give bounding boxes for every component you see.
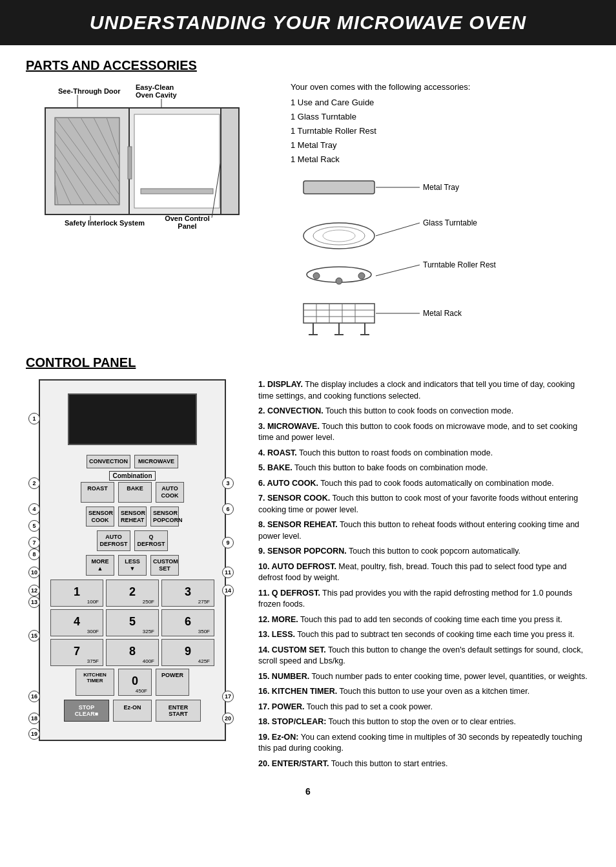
num-3-button[interactable]: 3275F [161,580,214,607]
desc-10: 10. AUTO DEFROST. Meat, poultry, fish, b… [258,561,590,584]
kitchen-timer-button[interactable]: KITCHEN TIMER [76,669,114,696]
parts-heading: PARTS AND ACCESSORIES [26,58,590,73]
desc-1: 1. DISPLAY. The display includes a clock… [258,379,590,402]
circle-11: 11 [222,567,234,578]
desc-list: 1. DISPLAY. The display includes a clock… [258,379,590,769]
combination-label: Combination [46,472,218,479]
microwave-button[interactable]: MICROWAVE [134,455,178,468]
num-2-button[interactable]: 2250F [106,580,159,607]
accessories-list: 1 Use and Care Guide 1 Glass Turntable 1… [291,96,590,167]
power-button[interactable]: POWER [156,669,189,696]
num-4-button[interactable]: 4300F [50,609,103,636]
svg-rect-17 [141,189,213,194]
desc-8: 8. SENSOR REHEAT. Touch this button to r… [258,519,590,542]
svg-rect-18 [221,108,239,214]
bake-button[interactable]: BAKE [118,482,152,503]
parts-section: See-Through Door Easy-Clean Oven Cavity [26,82,590,342]
oven-diagram-container: See-Through Door Easy-Clean Oven Cavity [26,82,271,342]
sensor-cook-button[interactable]: SENSOR COOK [86,507,114,527]
desc-20: 20. ENTER/START. Touch this button to st… [258,758,590,770]
num-7-button[interactable]: 7375F [50,639,103,666]
stop-clear-button[interactable]: STOP CLEAR■ [64,700,109,722]
oven-diagram: See-Through Door Easy-Clean Oven Cavity [26,82,265,237]
roast-button[interactable]: ROAST [81,482,114,503]
svg-point-25 [323,230,355,242]
desc-6: 6. AUTO COOK. Touch this pad to cook foo… [258,478,590,490]
page-number: 6 [26,786,590,797]
control-panel-heading: CONTROL PANEL [26,355,590,370]
convection-button[interactable]: CONVECTION [87,455,130,468]
desc-4: 4. ROAST. Touch this button to roast foo… [258,448,590,459]
circle-20: 20 [222,713,234,724]
num-1-button[interactable]: 1100F [50,580,103,607]
less-button[interactable]: LESS ▼ [118,555,147,576]
svg-line-31 [376,265,420,276]
desc-17: 17. POWER. Touch this pad to set a cook … [258,702,590,713]
q-defrost-button[interactable]: Q DEFROST [134,530,168,551]
svg-line-26 [376,223,420,236]
sensor-popcorn-button[interactable]: SENSOR POPCORN [150,507,179,527]
accessories-section: Your oven comes with the following acces… [291,82,590,342]
label-easy-clean: Easy-Clean [136,83,174,91]
circle-9: 9 [222,537,234,548]
more-button[interactable]: MORE ▲ [86,555,114,576]
label-safety: Safety Interlock System [65,219,145,227]
display-screen [68,393,197,445]
desc-18: 18. STOP/CLEAR: Touch this button to sto… [258,716,590,728]
svg-point-30 [358,273,365,279]
svg-rect-32 [303,304,375,323]
row-stop-ezon-enter: STOP CLEAR■ Ez-ON ENTER START [46,700,218,722]
circle-17: 17 [222,691,234,702]
row-sensor: SENSOR COOK SENSOR REHEAT SENSOR POPCORN [46,507,218,527]
descriptions-panel: 1. DISPLAY. The display includes a clock… [258,379,590,773]
desc-11: 11. Q DEFROST. This pad provides you wit… [258,588,590,611]
desc-15: 15. NUMBER. Touch number pads to enter c… [258,671,590,683]
label-metal-tray: Metal Tray [423,183,459,192]
page: UNDERSTANDING YOUR MICROWAVE OVEN PARTS … [0,0,616,867]
page-title: UNDERSTANDING YOUR MICROWAVE OVEN [19,12,597,34]
label-metal-rack: Metal Rack [423,309,462,318]
num-0-button[interactable]: 0450F [118,669,152,696]
page-header: UNDERSTANDING YOUR MICROWAVE OVEN [0,0,616,45]
num-6-button[interactable]: 6350F [161,609,214,636]
label-oven-control2: Panel [178,222,196,230]
svg-rect-21 [303,181,375,194]
num-5-button[interactable]: 5325F [106,609,159,636]
label-oven-control: Oven Control [165,214,210,222]
label-glass-turntable: Glass Turntable [423,218,477,227]
acc-item-4: 1 Metal Tray [291,138,590,152]
ez-on-button[interactable]: Ez-ON [113,700,152,722]
desc-7: 7. SENSOR COOK. Touch this button to coo… [258,493,590,516]
num-8-button[interactable]: 8400F [106,639,159,666]
acc-item-1: 1 Use and Care Guide [291,96,590,110]
desc-12: 12. MORE. Touch this pad to add ten seco… [258,614,590,626]
row-more-less-custom: MORE ▲ LESS ▼ CUSTOM SET [46,555,218,576]
num-9-button[interactable]: 9425F [161,639,214,666]
label-easy-clean2: Oven Cavity [136,91,177,99]
enter-start-button[interactable]: ENTER START [156,700,201,722]
svg-point-24 [313,227,365,245]
panel-diagram: CONVECTION MICROWAVE Combination ROAST B… [39,379,226,741]
svg-point-29 [336,278,342,284]
circle-14: 14 [222,585,234,596]
row-conv-micro: CONVECTION MICROWAVE [46,455,218,468]
desc-14: 14. CUSTOM SET. Touch this button to cha… [258,645,590,667]
circle-6: 6 [222,503,234,515]
desc-9: 9. SENSOR POPCORN. Touch this button to … [258,546,590,558]
desc-5: 5. BAKE. Touch this button to bake foods… [258,463,590,474]
desc-16: 16. KITCHEN TIMER. Touch this button to … [258,686,590,698]
custom-set-button[interactable]: CUSTOM SET [150,555,179,576]
control-section: CONVECTION MICROWAVE Combination ROAST B… [26,379,590,773]
desc-2: 2. CONVECTION. Touch this button to cook… [258,406,590,417]
row-timer-0-power: KITCHEN TIMER 0450F POWER [46,669,218,696]
panel-wrapper: CONVECTION MICROWAVE Combination ROAST B… [26,379,239,773]
acc-item-5: 1 Metal Rack [291,152,590,167]
sensor-reheat-button[interactable]: SENSOR REHEAT [118,507,147,527]
accessories-diagram: Metal Tray Glass Turntable Turntable Rol… [291,174,510,342]
row-defrost: AUTO DEFROST Q DEFROST [46,530,218,551]
acc-item-3: 1 Turntable Roller Rest [291,124,590,138]
auto-defrost-button[interactable]: AUTO DEFROST [97,530,130,551]
row-roast-bake-auto: ROAST BAKE AUTO COOK [46,482,218,503]
auto-cook-button[interactable]: AUTO COOK [156,482,184,503]
svg-point-28 [313,273,320,279]
